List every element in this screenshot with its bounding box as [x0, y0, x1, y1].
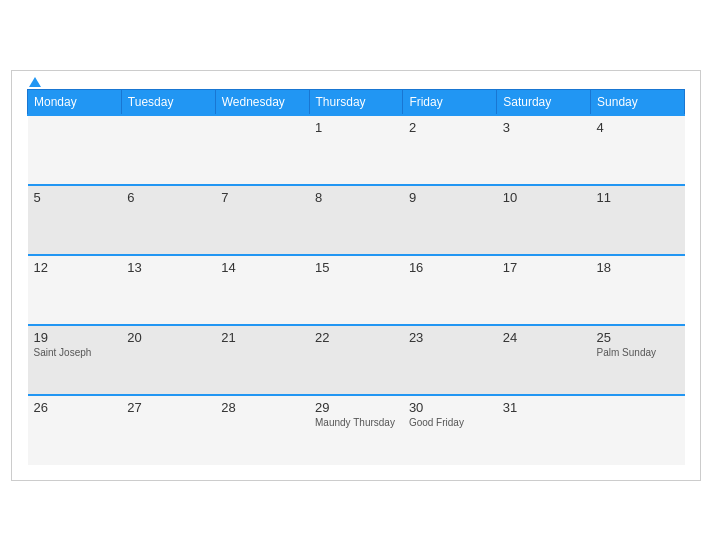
day-event: Saint Joseph — [34, 347, 116, 358]
day-number: 21 — [221, 330, 303, 345]
calendar-cell: 3 — [497, 115, 591, 185]
day-number: 30 — [409, 400, 491, 415]
calendar-cell: 29Maundy Thursday — [309, 395, 403, 465]
calendar-cell — [591, 395, 685, 465]
day-number: 22 — [315, 330, 397, 345]
calendar-cell: 7 — [215, 185, 309, 255]
calendar-tbody: 12345678910111213141516171819Saint Josep… — [28, 115, 685, 465]
calendar-cell — [28, 115, 122, 185]
weekday-header-row: MondayTuesdayWednesdayThursdayFridaySatu… — [28, 89, 685, 115]
day-number: 25 — [597, 330, 679, 345]
day-number: 17 — [503, 260, 585, 275]
day-number: 20 — [127, 330, 209, 345]
calendar-cell: 10 — [497, 185, 591, 255]
logo-triangle-icon — [29, 77, 41, 87]
weekday-header-thursday: Thursday — [309, 89, 403, 115]
calendar-cell: 13 — [121, 255, 215, 325]
calendar-cell — [215, 115, 309, 185]
day-number: 4 — [597, 120, 679, 135]
calendar-cell: 9 — [403, 185, 497, 255]
day-number: 11 — [597, 190, 679, 205]
day-number: 24 — [503, 330, 585, 345]
calendar-cell: 23 — [403, 325, 497, 395]
weekday-header-sunday: Sunday — [591, 89, 685, 115]
calendar-cell: 11 — [591, 185, 685, 255]
calendar-cell: 1 — [309, 115, 403, 185]
day-number: 23 — [409, 330, 491, 345]
day-number: 8 — [315, 190, 397, 205]
calendar-cell: 19Saint Joseph — [28, 325, 122, 395]
week-row-5: 26272829Maundy Thursday30Good Friday31 — [28, 395, 685, 465]
day-number: 14 — [221, 260, 303, 275]
calendar-cell: 24 — [497, 325, 591, 395]
day-number: 27 — [127, 400, 209, 415]
day-event: Palm Sunday — [597, 347, 679, 358]
day-number: 19 — [34, 330, 116, 345]
calendar-cell: 22 — [309, 325, 403, 395]
calendar-cell: 5 — [28, 185, 122, 255]
calendar-cell: 15 — [309, 255, 403, 325]
day-event: Maundy Thursday — [315, 417, 397, 428]
calendar-cell: 12 — [28, 255, 122, 325]
weekday-header-saturday: Saturday — [497, 89, 591, 115]
calendar-cell: 18 — [591, 255, 685, 325]
weekday-header-friday: Friday — [403, 89, 497, 115]
calendar-cell: 31 — [497, 395, 591, 465]
day-number: 28 — [221, 400, 303, 415]
weekday-header-monday: Monday — [28, 89, 122, 115]
logo — [27, 74, 41, 88]
calendar-cell — [121, 115, 215, 185]
day-event: Good Friday — [409, 417, 491, 428]
calendar-cell: 14 — [215, 255, 309, 325]
day-number: 2 — [409, 120, 491, 135]
day-number: 15 — [315, 260, 397, 275]
day-number: 16 — [409, 260, 491, 275]
calendar-thead: MondayTuesdayWednesdayThursdayFridaySatu… — [28, 89, 685, 115]
calendar-cell: 25Palm Sunday — [591, 325, 685, 395]
day-number: 5 — [34, 190, 116, 205]
week-row-4: 19Saint Joseph202122232425Palm Sunday — [28, 325, 685, 395]
day-number: 12 — [34, 260, 116, 275]
day-number: 10 — [503, 190, 585, 205]
week-row-3: 12131415161718 — [28, 255, 685, 325]
weekday-header-tuesday: Tuesday — [121, 89, 215, 115]
calendar-table: MondayTuesdayWednesdayThursdayFridaySatu… — [27, 89, 685, 465]
calendar-container: MondayTuesdayWednesdayThursdayFridaySatu… — [11, 70, 701, 481]
calendar-cell: 28 — [215, 395, 309, 465]
calendar-cell: 6 — [121, 185, 215, 255]
calendar-cell: 20 — [121, 325, 215, 395]
calendar-cell: 2 — [403, 115, 497, 185]
calendar-cell: 16 — [403, 255, 497, 325]
day-number: 31 — [503, 400, 585, 415]
weekday-header-wednesday: Wednesday — [215, 89, 309, 115]
day-number: 26 — [34, 400, 116, 415]
day-number: 29 — [315, 400, 397, 415]
day-number: 18 — [597, 260, 679, 275]
week-row-1: 1234 — [28, 115, 685, 185]
day-number: 3 — [503, 120, 585, 135]
day-number: 6 — [127, 190, 209, 205]
week-row-2: 567891011 — [28, 185, 685, 255]
day-number: 1 — [315, 120, 397, 135]
calendar-cell: 26 — [28, 395, 122, 465]
calendar-cell: 4 — [591, 115, 685, 185]
day-number: 13 — [127, 260, 209, 275]
calendar-cell: 27 — [121, 395, 215, 465]
calendar-cell: 30Good Friday — [403, 395, 497, 465]
calendar-cell: 8 — [309, 185, 403, 255]
logo-blue-text — [27, 74, 41, 88]
calendar-cell: 21 — [215, 325, 309, 395]
day-number: 7 — [221, 190, 303, 205]
day-number: 9 — [409, 190, 491, 205]
calendar-cell: 17 — [497, 255, 591, 325]
